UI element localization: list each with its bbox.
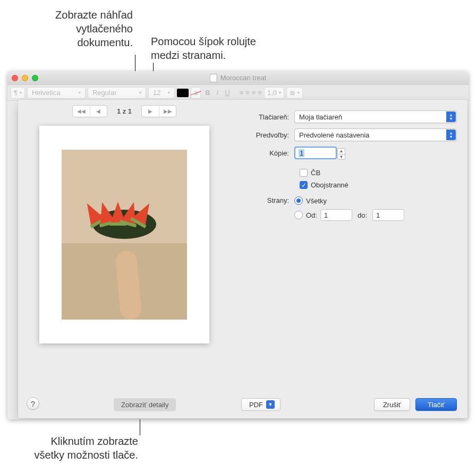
document-window: Moroccan treat ¶ ▾ Helvetica▾ Regular▾ 1… — [7, 71, 469, 419]
document-icon — [210, 74, 217, 82]
window-title: Moroccan treat — [210, 74, 267, 82]
page-navigator: ◀◀ ◀ 1 z 1 ▶ ▶▶ — [18, 100, 231, 123]
bold-icon[interactable]: B — [203, 89, 212, 97]
cancel-button[interactable]: Zrušiť — [374, 398, 410, 411]
clear-style-icon[interactable]: a — [191, 87, 201, 99]
close-window-icon[interactable] — [12, 75, 18, 81]
duplex-label: Obojstranné — [311, 181, 348, 189]
copies-stepper[interactable]: ▲▼ — [337, 148, 345, 160]
align-left-icon[interactable]: ≡ — [240, 89, 244, 97]
copies-label: Kópie: — [241, 149, 294, 157]
chevron-updown-icon: ▲▼ — [446, 111, 456, 122]
chevron-down-icon: ▼ — [266, 400, 275, 409]
bw-checkbox[interactable] — [300, 169, 308, 177]
duplex-checkbox[interactable]: ✓ — [300, 181, 308, 189]
help-button[interactable]: ? — [27, 397, 39, 410]
line-spacing-popup[interactable]: 1,0 ▾ — [264, 87, 284, 99]
print-options-pane: Tlačiareň: Moja tlačiareň ▲▼ Predvoľby: … — [231, 100, 468, 418]
font-size-stepper[interactable]: 12▾ — [148, 87, 175, 99]
pages-label: Strany: — [241, 196, 294, 204]
titlebar: Moroccan treat — [7, 71, 469, 85]
presets-label: Predvoľby: — [241, 131, 294, 139]
print-button[interactable]: Tlačiť — [415, 398, 457, 411]
pages-to-input[interactable]: 1 — [372, 209, 404, 221]
annotation-details: Kliknutím zobrazte všetky možnosti tlače… — [3, 434, 138, 462]
minimize-window-icon[interactable] — [22, 75, 28, 81]
show-details-button[interactable]: Zobraziť detaily — [114, 398, 176, 411]
font-style-popup[interactable]: Regular▾ — [88, 87, 146, 99]
page-back-segment: ◀◀ ◀ — [72, 105, 107, 117]
printer-label: Tlačiareň: — [241, 113, 294, 121]
font-family-popup[interactable]: Helvetica▾ — [27, 87, 86, 99]
pages-from-label: Od: — [306, 211, 317, 219]
pdf-label: PDF — [249, 401, 263, 409]
copies-input[interactable]: 1 ▲▼ — [294, 147, 337, 159]
print-preview-page — [39, 126, 209, 343]
bw-label: ČB — [311, 169, 320, 177]
presets-value: Predvolené nastavenia — [299, 131, 369, 139]
first-page-button[interactable]: ◀◀ — [73, 106, 90, 117]
text-color-icon[interactable] — [177, 89, 189, 97]
align-right-icon[interactable]: ≡ — [252, 89, 256, 97]
page-indicator: 1 z 1 — [117, 107, 132, 115]
copies-value: 1 — [299, 149, 304, 157]
dialog-button-row: PDF ▼ Zrušiť Tlačiť — [241, 398, 457, 411]
printer-value: Moja tlačiareň — [299, 113, 342, 121]
align-center-icon[interactable]: ≡ — [245, 89, 250, 97]
pages-all-label: Všetky — [306, 197, 327, 205]
prev-page-button[interactable]: ◀ — [90, 106, 107, 117]
last-page-button[interactable]: ▶▶ — [159, 106, 176, 117]
printer-popup[interactable]: Moja tlačiareň ▲▼ — [294, 110, 457, 123]
pages-to-label: do: — [355, 211, 369, 219]
page-forward-segment: ▶ ▶▶ — [141, 105, 176, 117]
annotation-arrows: Pomocou šípok rolujte medzi stranami. — [151, 35, 289, 62]
pdf-dropdown[interactable]: PDF ▼ — [241, 398, 280, 411]
italic-icon[interactable]: I — [215, 89, 221, 97]
annotation-preview: Zobrazte náhľad vytlačeného dokumentu. — [21, 8, 133, 49]
print-dialog: ◀◀ ◀ 1 z 1 ▶ ▶▶ ? Zobrazi — [18, 100, 468, 418]
format-toolbar: ¶ ▾ Helvetica▾ Regular▾ 12▾ a B I U ≡ ≡ … — [7, 85, 469, 101]
preview-image — [62, 150, 188, 320]
chevron-updown-icon: ▲▼ — [446, 130, 456, 140]
pages-from-input[interactable]: 1 — [320, 209, 352, 221]
next-page-button[interactable]: ▶ — [142, 106, 159, 117]
paragraph-style-popup[interactable]: ¶ ▾ — [11, 87, 25, 99]
presets-popup[interactable]: Predvolené nastavenia ▲▼ — [294, 128, 457, 141]
pages-all-radio[interactable] — [294, 196, 303, 205]
underline-icon[interactable]: U — [223, 89, 232, 97]
zoom-window-icon[interactable] — [32, 75, 38, 81]
pages-range-radio[interactable] — [294, 211, 303, 219]
list-style-popup[interactable]: ≣ ▾ — [286, 87, 303, 99]
preview-pane: ◀◀ ◀ 1 z 1 ▶ ▶▶ ? Zobrazi — [18, 100, 231, 418]
align-justify-icon[interactable]: ≡ — [258, 89, 262, 97]
